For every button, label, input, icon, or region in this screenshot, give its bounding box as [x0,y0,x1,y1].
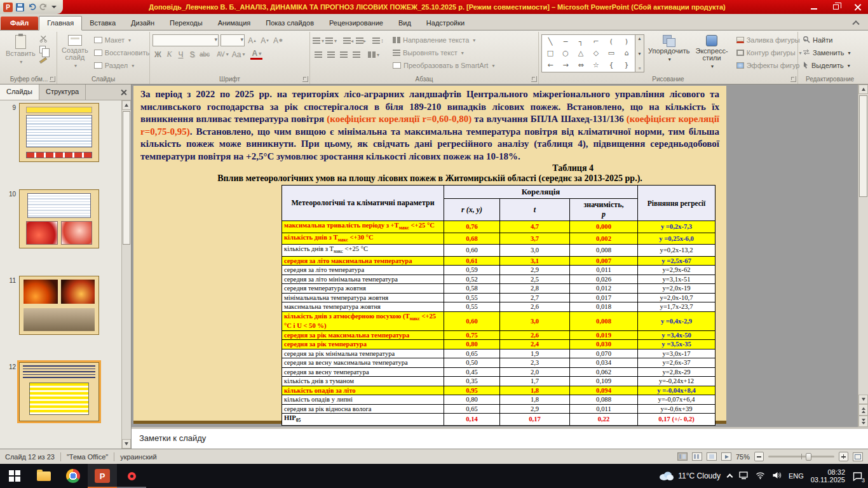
action-center-icon[interactable]: 3 [852,471,863,481]
shape-icon[interactable]: □ [547,49,553,57]
tab-transitions[interactable]: Переходы [162,17,210,30]
zoom-slider-handle[interactable] [806,453,811,461]
shape-outline-button[interactable]: Контур фигуры [735,47,808,58]
clear-formatting-icon[interactable] [272,35,284,46]
new-slide-button[interactable]: Создать слайд [60,33,90,74]
columns-icon[interactable] [368,50,379,60]
change-case-button[interactable]: Aa [231,49,247,60]
zoom-in-icon[interactable] [839,452,848,461]
qat-dropdown-icon[interactable] [51,6,57,8]
arrange-button[interactable]: Упорядочить [646,33,691,74]
tab-design[interactable]: Дизайн [123,17,162,30]
normal-view-icon[interactable] [677,452,688,461]
powerpoint-app-icon[interactable] [3,3,13,12]
scroll-thumb[interactable] [859,95,867,197]
smartart-button[interactable]: Преобразовать в SmartArt [391,60,496,71]
zoom-slider[interactable] [768,456,834,458]
zoom-level[interactable]: 75% [736,453,750,461]
sidebar-scrollbar[interactable] [121,100,131,449]
volume-icon[interactable] [772,471,782,480]
zoom-out-icon[interactable] [754,452,764,461]
align-left-icon[interactable] [313,50,324,60]
network-icon[interactable] [739,471,749,481]
text-shadow-button[interactable]: S [187,49,198,60]
font-name-select[interactable] [153,34,219,46]
numbering-icon[interactable] [325,36,337,46]
paste-button[interactable]: Вставить [4,33,37,74]
character-spacing-icon[interactable]: AV [215,49,230,60]
slide-page[interactable]: За період з 2022 по 2025 рр. на територі… [133,86,726,424]
browser-icon[interactable] [117,464,146,488]
align-text-button[interactable]: Выровнять текст [391,47,496,58]
layout-button[interactable]: Макет [92,34,151,46]
thumbnail-preview[interactable] [19,103,99,162]
slideshow-icon[interactable] [721,452,731,461]
shape-effects-button[interactable]: Эффекты фигур [735,60,808,71]
shape-fill-button[interactable]: Заливка фигуры [735,34,808,46]
tab-outline[interactable]: Структура [39,85,86,100]
shape-icon[interactable]: → [562,61,568,69]
paragraph-dialog-launcher-icon[interactable] [531,76,537,82]
decrease-indent-icon[interactable] [342,36,354,46]
tab-review[interactable]: Рецензирование [322,17,391,30]
copy-icon[interactable] [39,46,46,53]
clipboard-dialog-launcher-icon[interactable] [50,76,55,82]
reading-view-icon[interactable] [707,452,717,461]
font-color-button[interactable]: А [250,49,262,60]
tray-chevron-icon[interactable] [726,474,733,480]
slide-thumbnail-selected[interactable]: 12 [0,362,121,421]
next-slide-icon[interactable] [858,416,868,427]
align-right-icon[interactable] [338,50,349,60]
language-indicator[interactable]: ENG [789,472,804,480]
wifi-icon[interactable] [756,471,765,480]
chrome-icon[interactable] [58,464,88,488]
increase-indent-icon[interactable] [355,36,367,46]
shape-icon[interactable]: ← [547,61,553,69]
shape-icon[interactable]: ─ [564,37,568,46]
replace-button[interactable]: Заменить [801,47,859,58]
tab-slides[interactable]: Слайды [0,85,39,100]
slide-thumbnail[interactable]: 9 [0,103,121,162]
scroll-down-icon[interactable] [858,395,868,404]
start-button[interactable] [0,464,29,488]
previous-slide-icon[interactable] [858,404,868,416]
thumbnail-preview[interactable] [19,362,99,421]
align-center-icon[interactable] [325,50,337,60]
minimize-ribbon-icon[interactable] [851,18,860,26]
shape-icon[interactable]: ┐ [579,37,583,46]
shape-icon[interactable]: ⌂ [625,49,629,57]
scroll-up-icon[interactable] [122,100,131,110]
fit-slide-to-window-icon[interactable] [853,452,863,461]
slide-sorter-icon[interactable] [692,452,702,461]
shape-icon[interactable]: ) [625,37,628,46]
tab-view[interactable]: Вид [391,17,419,30]
underline-button[interactable]: Ч [175,49,186,60]
shape-icon[interactable]: ◇ [593,49,599,57]
font-dialog-launcher-icon[interactable] [302,76,308,82]
reset-button[interactable]: Восстановить [92,47,151,58]
bold-button[interactable]: Ж [153,49,163,60]
scroll-down-icon[interactable] [122,439,131,449]
shapes-gallery-scroll[interactable]: ▲▼≡ [635,34,644,72]
redo-icon[interactable] [39,3,48,12]
slide-thumbnail[interactable]: 10 [0,189,121,248]
font-size-select[interactable] [220,34,245,46]
shape-icon[interactable]: ⇔ [578,61,583,69]
thumbnail-preview[interactable] [19,189,99,248]
quick-styles-button[interactable]: Экспресс-стили [693,33,729,74]
shape-icon[interactable]: { [609,61,614,69]
tab-slideshow[interactable]: Показ слайдов [258,17,322,30]
shape-icon[interactable]: ╲ [548,37,553,46]
tab-file[interactable]: Файл [1,17,38,30]
vertical-scrollbar[interactable] [858,85,868,427]
text-direction-button[interactable]: Направление текста [391,34,496,46]
undo-icon[interactable] [27,3,36,12]
file-explorer-icon[interactable] [29,464,58,488]
close-button[interactable] [846,0,868,14]
restore-button[interactable] [825,0,846,14]
grow-font-icon[interactable] [247,35,257,46]
justify-icon[interactable] [351,50,362,60]
tab-addins[interactable]: Надстройки [419,17,472,30]
drawing-dialog-launcher-icon[interactable] [790,76,796,82]
shape-icon[interactable]: ( [610,37,613,46]
